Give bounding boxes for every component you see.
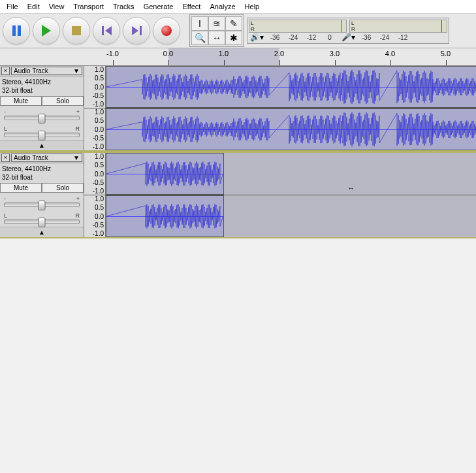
track-collapse-button[interactable]: ▲: [0, 227, 84, 237]
menu-edit[interactable]: Edit: [24, 1, 44, 12]
gain-slider[interactable]: -+: [0, 106, 84, 123]
menu-tracks[interactable]: Tracks: [109, 1, 138, 12]
envelope-tool[interactable]: ≋: [208, 16, 225, 31]
waveform-channel[interactable]: 1.00.50.0-0.5-1.0↔: [84, 153, 476, 195]
mute-button[interactable]: Mute: [0, 183, 42, 193]
meter-l-label: L: [351, 20, 447, 26]
skip-end-icon: [132, 26, 142, 35]
menu-effect[interactable]: Effect: [179, 1, 205, 12]
menu-bar: File Edit View Transport Tracks Generate…: [0, 0, 476, 14]
menu-generate[interactable]: Generate: [140, 1, 178, 12]
track-collapse-button[interactable]: ▲: [0, 140, 84, 150]
meter-toolbar: L R L R 🔊▾ -36-24-120 🎤▾ -36-24-12: [247, 18, 449, 44]
gain-slider[interactable]: -+: [0, 193, 84, 210]
audio-track: ×Audio Track▼Stereo, 44100Hz32-bit float…: [0, 152, 476, 238]
selection-tool[interactable]: I: [191, 16, 208, 31]
skip-start-icon: [102, 26, 112, 35]
meter-l-label: L: [251, 20, 346, 26]
play-icon: [42, 25, 51, 37]
solo-button[interactable]: Solo: [42, 183, 84, 193]
pause-button[interactable]: [3, 17, 30, 44]
playback-meter-scale: -36-24-120: [267, 34, 338, 41]
track-format-label: Stereo, 44100Hz32-bit float: [0, 163, 84, 183]
menu-file[interactable]: File: [3, 1, 22, 12]
record-meter-scale: -36-24-12: [358, 34, 411, 41]
skip-end-button[interactable]: [123, 17, 150, 44]
track-control-panel: ×Audio Track▼Stereo, 44100Hz32-bit float…: [0, 153, 84, 237]
amplitude-scale: 1.00.50.0-0.5-1.0: [84, 153, 106, 195]
pan-slider[interactable]: LR: [0, 210, 84, 227]
waveform-channel[interactable]: 1.00.50.0-0.5-1.0: [84, 195, 476, 237]
menu-transport[interactable]: Transport: [69, 1, 108, 12]
record-icon: [161, 25, 172, 36]
speaker-icon[interactable]: 🔊▾: [249, 33, 264, 42]
menu-analyze[interactable]: Analyze: [206, 1, 239, 12]
timeshift-cursor-icon: ↔: [347, 184, 355, 192]
stop-button[interactable]: [63, 17, 90, 44]
track-dropdown[interactable]: Audio Track▼: [11, 67, 82, 75]
solo-button[interactable]: Solo: [42, 96, 84, 106]
audio-track: ×Audio Track▼Stereo, 44100Hz32-bit float…: [0, 66, 476, 152]
amplitude-scale: 1.00.50.0-0.5-1.0: [84, 66, 106, 108]
waveform-channel[interactable]: 1.00.50.0-0.5-1.0: [84, 108, 476, 150]
meter-r-label: R: [351, 26, 447, 32]
pause-icon: [12, 25, 21, 36]
record-meter[interactable]: L R: [349, 20, 447, 33]
track-dropdown[interactable]: Audio Track▼: [11, 154, 82, 162]
chevron-down-icon: ▼: [73, 67, 80, 74]
meter-r-label: R: [251, 26, 346, 32]
timeline-ruler[interactable]: -1.00.01.02.03.04.05.06.0: [0, 48, 476, 66]
zoom-tool[interactable]: 🔍: [191, 31, 208, 45]
record-button[interactable]: [153, 17, 180, 44]
track-format-label: Stereo, 44100Hz32-bit float: [0, 76, 84, 96]
draw-tool[interactable]: ✎: [225, 16, 242, 31]
timeshift-tool[interactable]: ↔: [208, 31, 225, 45]
track-close-button[interactable]: ×: [1, 67, 10, 75]
chevron-down-icon: ▼: [73, 154, 80, 161]
menu-help[interactable]: Help: [241, 1, 264, 12]
track-close-button[interactable]: ×: [1, 154, 10, 162]
pan-slider[interactable]: LR: [0, 123, 84, 140]
menu-view[interactable]: View: [45, 1, 69, 12]
playback-meter[interactable]: L R: [249, 20, 347, 33]
play-button[interactable]: [33, 17, 60, 44]
transport-toolbar: I ≋ ✎ 🔍 ↔ ✱ L R L R 🔊▾ -36-24-120: [0, 14, 476, 48]
amplitude-scale: 1.00.50.0-0.5-1.0: [84, 108, 106, 150]
skip-start-button[interactable]: [93, 17, 120, 44]
track-control-panel: ×Audio Track▼Stereo, 44100Hz32-bit float…: [0, 66, 84, 150]
stop-icon: [72, 26, 81, 35]
mute-button[interactable]: Mute: [0, 96, 42, 106]
multi-tool[interactable]: ✱: [225, 31, 242, 45]
mic-icon[interactable]: 🎤▾: [340, 33, 356, 42]
waveform-channel[interactable]: 1.00.50.0-0.5-1.0: [84, 66, 476, 108]
amplitude-scale: 1.00.50.0-0.5-1.0: [84, 195, 106, 237]
tools-toolbar: I ≋ ✎ 🔍 ↔ ✱: [189, 14, 244, 47]
